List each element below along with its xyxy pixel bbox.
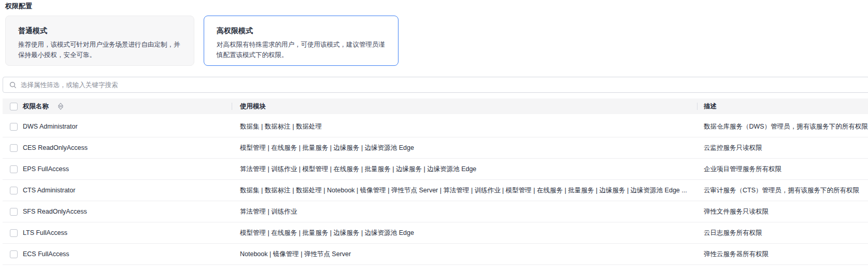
search-input[interactable] — [21, 77, 868, 92]
description-cell: 云日志服务所有权限 — [697, 229, 868, 237]
mode-card-normal[interactable]: 普通模式 推荐使用，该模式可针对用户业务场景进行自由定制，并保持最小授权，安全可… — [5, 16, 194, 66]
permission-name-cell: ECS FullAccess — [3, 250, 232, 258]
select-all-checkbox[interactable] — [10, 103, 18, 110]
description-cell: 云监控服务只读权限 — [697, 144, 868, 152]
permission-name-cell: CTS Administrator — [3, 187, 232, 194]
row-checkbox[interactable] — [10, 208, 18, 216]
table-row: CTS Administrator 数据集 | 数据标注 | 数据处理 | No… — [3, 180, 868, 201]
permission-name: CES ReadOnlyAccess — [23, 144, 88, 151]
modules-cell: 算法管理 | 训练作业 | 模型管理 | 在线服务 | 批量服务 | 边缘服务 … — [232, 165, 697, 174]
table-row: CES ReadOnlyAccess 模型管理 | 在线服务 | 批量服务 | … — [3, 137, 868, 159]
mode-card-description: 对高权限有特殊需求的用户，可使用该模式，建议管理员谨慎配置该模式下的权限。 — [217, 39, 386, 60]
permission-name: DWS Administrator — [23, 123, 78, 130]
description-cell: 弹性文件服务只读权限 — [697, 207, 868, 216]
modules-cell: Notebook | 镜像管理 | 弹性节点 Server — [232, 250, 697, 259]
column-divider — [697, 103, 698, 110]
table-row: LTS FullAccess 模型管理 | 在线服务 | 批量服务 | 边缘服务… — [3, 222, 868, 244]
description-cell: 云审计服务（CTS）管理员，拥有该服务下的所有权限 — [697, 186, 868, 195]
modules-cell: 算法管理 | 训练作业 — [232, 207, 697, 216]
mode-card-title: 普通模式 — [18, 26, 181, 36]
permission-name: SFS ReadOnlyAccess — [23, 208, 87, 215]
table-body: DWS Administrator 数据集 | 数据标注 | 数据处理 数据仓库… — [3, 116, 868, 265]
row-checkbox[interactable] — [10, 144, 18, 152]
column-divider — [232, 103, 232, 110]
permissions-table: 权限名称 使用模块 描述 DWS Administrator 数据集 | 数据标… — [3, 99, 868, 265]
permission-mode-cards: 普通模式 推荐使用，该模式可针对用户业务场景进行自由定制，并保持最小授权，安全可… — [5, 16, 868, 66]
column-header-label: 描述 — [704, 102, 717, 111]
search-icon — [9, 81, 17, 89]
description-cell: 企业项目管理服务所有权限 — [697, 165, 868, 174]
row-checkbox[interactable] — [10, 187, 18, 194]
table-row: EPS FullAccess 算法管理 | 训练作业 | 模型管理 | 在线服务… — [3, 159, 868, 180]
modules-cell: 数据集 | 数据标注 | 数据处理 | Notebook | 镜像管理 | 弹性… — [232, 186, 697, 195]
column-header-label: 使用模块 — [240, 102, 266, 111]
row-checkbox[interactable] — [10, 229, 18, 237]
description-cell: 弹性云服务器所有权限 — [697, 250, 868, 259]
mode-card-high-permission[interactable]: 高权限模式 对高权限有特殊需求的用户，可使用该模式，建议管理员谨慎配置该模式下的… — [204, 16, 399, 66]
table-row: SFS ReadOnlyAccess 算法管理 | 训练作业 弹性文件服务只读权… — [3, 201, 868, 222]
modules-cell: 数据集 | 数据标注 | 数据处理 — [232, 122, 697, 131]
column-header-modules: 使用模块 — [232, 99, 697, 114]
row-checkbox[interactable] — [10, 165, 18, 173]
row-checkbox[interactable] — [10, 250, 18, 258]
row-checkbox[interactable] — [10, 123, 18, 131]
modules-cell: 模型管理 | 在线服务 | 批量服务 | 边缘服务 | 边缘资源池 Edge — [232, 144, 697, 152]
column-header-permission-name[interactable]: 权限名称 — [3, 99, 232, 114]
permission-name: LTS FullAccess — [23, 229, 67, 236]
mode-card-description: 推荐使用，该模式可针对用户业务场景进行自由定制，并保持最小授权，安全可靠。 — [18, 39, 181, 60]
search-bar — [3, 77, 868, 93]
page-title: 权限配置 — [5, 2, 868, 11]
permission-name: CTS Administrator — [23, 187, 75, 194]
sort-icon[interactable] — [58, 103, 64, 110]
column-header-label: 权限名称 — [23, 102, 49, 111]
description-cell: 数据仓库服务（DWS）管理员，拥有该服务下的所有权限 — [697, 122, 868, 131]
permission-name-cell: EPS FullAccess — [3, 165, 232, 173]
modules-cell: 模型管理 | 在线服务 | 批量服务 | 边缘服务 | 边缘资源池 Edge — [232, 229, 697, 237]
permission-name: ECS FullAccess — [23, 250, 69, 258]
permission-name-cell: SFS ReadOnlyAccess — [3, 208, 232, 216]
column-header-description: 描述 — [697, 99, 868, 114]
permission-name-cell: CES ReadOnlyAccess — [3, 144, 232, 152]
table-row: ECS FullAccess Notebook | 镜像管理 | 弹性节点 Se… — [3, 244, 868, 265]
table-header: 权限名称 使用模块 描述 — [3, 99, 868, 114]
permission-name-cell: LTS FullAccess — [3, 229, 232, 237]
permission-name: EPS FullAccess — [23, 165, 69, 173]
permission-name-cell: DWS Administrator — [3, 123, 232, 131]
table-row: DWS Administrator 数据集 | 数据标注 | 数据处理 数据仓库… — [3, 116, 868, 137]
mode-card-title: 高权限模式 — [217, 26, 386, 36]
